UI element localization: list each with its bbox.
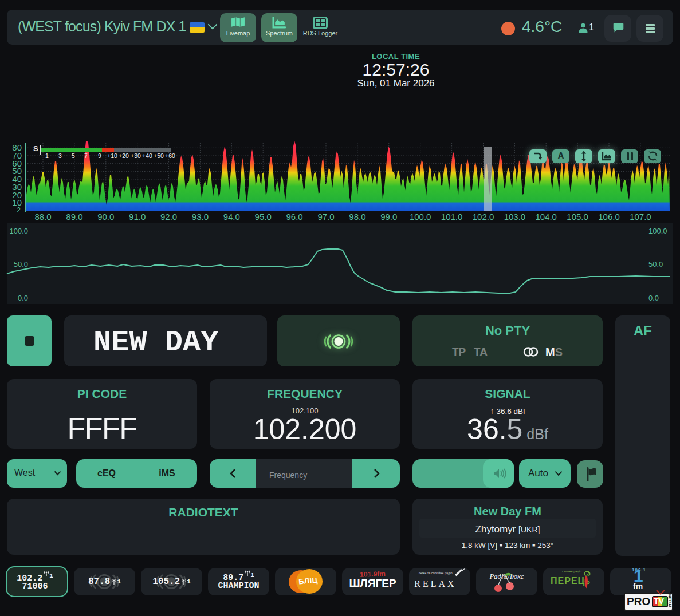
svg-text:106.0: 106.0 — [598, 212, 620, 222]
svg-text:101.0: 101.0 — [441, 212, 463, 222]
svg-text:80: 80 — [12, 143, 22, 152]
svg-text:90.0: 90.0 — [97, 212, 114, 222]
svg-text:2: 2 — [17, 206, 21, 214]
svg-text:94.0: 94.0 — [223, 212, 240, 222]
svg-text:99.0: 99.0 — [380, 212, 397, 222]
svg-text:93.0: 93.0 — [192, 212, 209, 222]
svg-text:104.0: 104.0 — [535, 212, 557, 222]
svg-text:98.0: 98.0 — [349, 212, 365, 222]
svg-text:89.0: 89.0 — [66, 212, 82, 222]
svg-text:91.0: 91.0 — [129, 212, 146, 222]
svg-text:107.0: 107.0 — [630, 212, 651, 222]
svg-text:97.0: 97.0 — [317, 212, 334, 222]
svg-text:88.0: 88.0 — [34, 212, 51, 222]
svg-text:96.0: 96.0 — [286, 212, 302, 222]
svg-text:100.0: 100.0 — [410, 212, 431, 222]
svg-text:92.0: 92.0 — [160, 212, 177, 222]
svg-text:95.0: 95.0 — [255, 212, 272, 222]
svg-text:105.0: 105.0 — [567, 212, 588, 222]
svg-text:103.0: 103.0 — [504, 212, 526, 222]
svg-text:102.0: 102.0 — [473, 212, 494, 222]
